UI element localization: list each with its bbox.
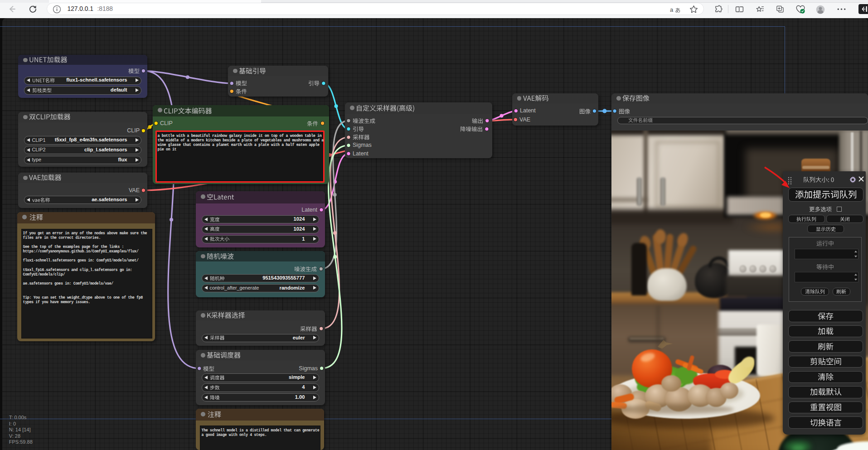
svg-text:a: a bbox=[670, 6, 674, 13]
